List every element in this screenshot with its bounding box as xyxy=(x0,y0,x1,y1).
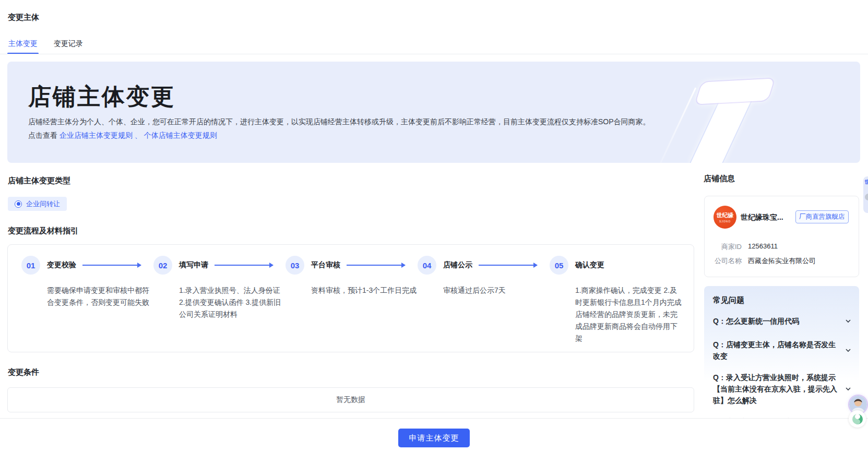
arrow-right-icon xyxy=(347,265,405,266)
tab-subject-change[interactable]: 主体变更 xyxy=(8,39,38,49)
banner-decor-shape-bar xyxy=(695,78,774,104)
banner-link-prefix: 点击查看 xyxy=(28,131,60,139)
process-step-2: 02 填写申请 1.录入营业执照号、法人身份证 2.提供变更确认函件 3.提供新… xyxy=(153,256,286,352)
step-title: 店铺公示 xyxy=(443,260,472,270)
page-title: 变更主体 xyxy=(8,13,39,22)
banner-links: 点击查看 企业店铺主体变更规则 、 个体店铺主体变更规则 xyxy=(28,131,217,140)
step-description: 需要确保申请变更和审核中都符合变更条件，否则变更可能失败 xyxy=(47,284,156,308)
shop-info-heading: 店铺信息 xyxy=(704,174,735,184)
arrow-right-icon xyxy=(479,265,537,266)
shop-type-badge: 厂商直营旗舰店 xyxy=(795,210,849,223)
faq-item-3[interactable]: Q：录入受让方营业执照时，系统提示【当前主体没有在京东入驻，提示先入驻】怎么解决 xyxy=(713,372,852,406)
step-number-badge: 02 xyxy=(153,256,172,275)
docked-side-widget[interactable]: 世 xyxy=(863,176,868,213)
tab-bar: 主体变更 变更记录 xyxy=(8,39,83,49)
process-step-3: 03 平台审核 资料审核，预计1-3个工作日完成 xyxy=(286,256,418,352)
chevron-down-icon[interactable] xyxy=(845,317,852,325)
field-label: 商家ID xyxy=(714,242,742,252)
dock-widget-label: 世 xyxy=(865,179,868,186)
service-swirl-icon[interactable] xyxy=(849,410,866,428)
shop-logo-text: 世纪缘 xyxy=(717,211,734,219)
chevron-down-icon[interactable] xyxy=(845,385,852,393)
arrow-right-icon xyxy=(215,265,273,266)
individual-rule-link[interactable]: 个体店铺主体变更规则 xyxy=(144,131,217,139)
radio-selected-icon xyxy=(15,200,22,208)
type-section-heading: 店铺主体变更类型 xyxy=(8,176,70,186)
hero-banner: 店铺主体变更 店铺经营主体分为个人、个体、企业，您可在正常开店的情况下，进行主体… xyxy=(7,62,860,163)
step-number-badge: 05 xyxy=(550,256,568,275)
banner-decor-slash xyxy=(657,87,696,163)
faq-question: Q：录入受让方营业执照时，系统提示【当前主体没有在京东入驻，提示先入驻】怎么解决 xyxy=(713,372,838,406)
step-title: 确认变更 xyxy=(575,260,604,270)
faq-question: Q：店铺变更主体，店铺名称是否发生改变 xyxy=(713,339,838,362)
page: 变更主体 主体变更 变更记录 店铺主体变更 店铺经营主体分为个人、个体、企业，您… xyxy=(0,0,868,451)
step-description: 1.录入营业执照号、法人身份证 2.提供变更确认函件 3.提供新旧公司关系证明材… xyxy=(179,284,281,321)
process-step-4: 04 店铺公示 审核通过后公示7天 xyxy=(418,256,550,352)
banner-title: 店铺主体变更 xyxy=(28,84,175,110)
process-step-5: 05 确认变更 1.商家操作确认，完成变更 2.及时更新银行卡信息且1个月内完成… xyxy=(550,256,696,352)
faq-card: 常见问题 Q：怎么更新统一信用代码 Q：店铺变更主体，店铺名称是否发生改变 Q：… xyxy=(704,286,859,418)
tabs-divider xyxy=(0,54,868,54)
field-label: 公司名称 xyxy=(714,256,742,266)
step-description: 审核通过后公示7天 xyxy=(443,284,548,296)
conditions-empty-state: 暂无数据 xyxy=(7,387,694,412)
step-title: 变更校验 xyxy=(47,260,76,270)
field-value: 12563611 xyxy=(748,242,778,252)
chevron-down-icon[interactable] xyxy=(845,347,852,354)
step-title: 填写申请 xyxy=(179,260,208,270)
faq-question: Q：怎么更新统一信用代码 xyxy=(713,315,838,327)
transfer-type-radio[interactable]: 企业间转让 xyxy=(8,197,67,211)
company-name-row: 公司名称 西藏金拓实业有限公司 xyxy=(714,256,816,266)
link-separator: 、 xyxy=(133,131,144,139)
tab-change-records[interactable]: 变更记录 xyxy=(54,39,83,49)
step-number-badge: 04 xyxy=(418,256,436,275)
shop-name: 世纪缘珠宝... xyxy=(741,213,783,222)
shop-logo-subtext: SJONO xyxy=(719,220,731,223)
faq-item-1[interactable]: Q：怎么更新统一信用代码 xyxy=(713,315,852,327)
radio-label: 企业间转让 xyxy=(26,199,60,209)
dock-widget-avatar xyxy=(865,194,868,200)
enterprise-rule-link[interactable]: 企业店铺主体变更规则 xyxy=(60,131,133,139)
conditions-section-heading: 变更条件 xyxy=(8,367,39,377)
process-step-1: 01 变更校验 需要确保申请变更和审核中都符合变更条件，否则变更可能失败 xyxy=(21,256,153,352)
process-guide-card: 01 变更校验 需要确保申请变更和审核中都符合变更条件，否则变更可能失败 02 … xyxy=(7,244,694,352)
process-section-heading: 变更流程及材料指引 xyxy=(8,226,78,236)
footer-bar: 申请主体变更 xyxy=(0,418,868,451)
step-title: 平台审核 xyxy=(311,260,340,270)
merchant-id-row: 商家ID 12563611 xyxy=(714,242,778,252)
shop-info-card: 世纪缘 SJONO 世纪缘珠宝... 厂商直营旗舰店 商家ID 12563611… xyxy=(704,196,859,277)
step-number-badge: 01 xyxy=(21,256,40,275)
faq-item-2[interactable]: Q：店铺变更主体，店铺名称是否发生改变 xyxy=(713,339,852,362)
banner-decor-shape-leg xyxy=(690,99,752,163)
step-description: 资料审核，预计1-3个工作日完成 xyxy=(311,284,431,296)
step-description: 1.商家操作确认，完成变更 2.及时更新银行卡信息且1个月内完成店铺经营的品牌资… xyxy=(575,284,683,345)
faq-heading: 常见问题 xyxy=(713,295,744,305)
step-number-badge: 03 xyxy=(286,256,304,275)
shop-logo: 世纪缘 SJONO xyxy=(714,206,736,229)
arrow-right-icon xyxy=(82,265,141,266)
field-value: 西藏金拓实业有限公司 xyxy=(748,256,816,266)
apply-change-button[interactable]: 申请主体变更 xyxy=(398,429,470,447)
banner-description: 店铺经营主体分为个人、个体、企业，您可在正常开店的情况下，进行主体变更，以实现店… xyxy=(28,117,650,127)
